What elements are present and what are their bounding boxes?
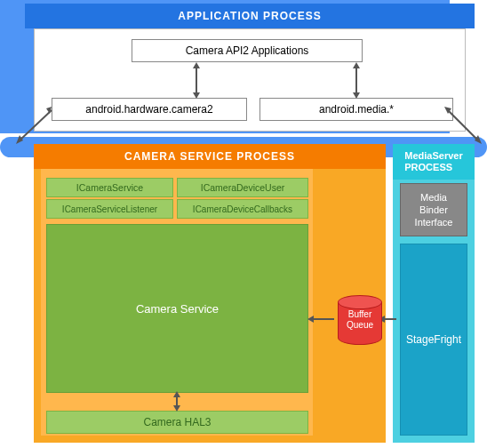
arrowhead-left-icon [307,316,314,323]
arrow-api2-hwcam2 [196,68,197,92]
arrowhead-down-icon [173,405,180,412]
stagefright-box: StageFright [400,244,467,436]
icameradevicecallbacks-box: ICameraDeviceCallbacks [177,199,308,219]
camera-api2-applications-box: Camera API2 Applications [132,39,363,62]
arrowhead-up-icon [173,391,180,397]
arrowhead-up-icon [193,62,200,68]
svg-marker-5 [475,135,482,144]
icameradeviceuser-box: ICameraDeviceUser [177,178,308,197]
camera-hal3-box: Camera HAL3 [46,411,308,434]
arrowhead-down-icon [353,92,360,99]
arrowhead-down-icon [193,92,200,99]
arrow-service-to-bufferqueue [313,318,334,320]
icameraservicelistener-box: ICameraServiceListener [46,199,173,219]
media-binder-interface-box: Media Binder Interface [400,183,467,236]
arrowhead-up-icon [353,62,360,68]
application-process-title: APPLICATION PROCESS [25,4,475,28]
svg-line-3 [448,110,478,140]
camera-service-box: Camera Service [46,224,308,393]
arrow-hwcam2-to-bluebar [12,105,55,146]
mediaserver-process-title: MediaServer PROCESS [393,144,475,180]
buffer-queue-cylinder: Buffer Queue [338,295,382,345]
svg-line-0 [20,110,52,140]
camera-service-process-title: CAMERA SERVICE PROCESS [34,144,386,169]
icameraservice-box: ICameraService [46,178,173,197]
arrow-api2-media [355,68,357,92]
arrow-media-to-bluebar [443,105,485,146]
android-media-box: android.media.* [259,98,453,121]
svg-marker-2 [16,135,23,144]
arrow-stagefright-to-bufferqueue [384,318,396,320]
android-hardware-camera2-box: android.hardware.camera2 [52,98,247,121]
diagram-canvas: APPLICATION PROCESS Camera API2 Applicat… [0,0,487,448]
